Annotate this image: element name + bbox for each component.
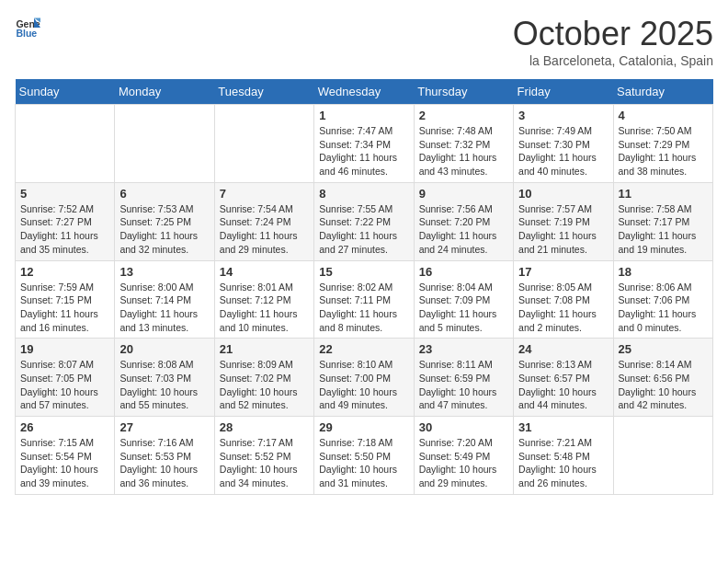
day-cell: 6Sunrise: 7:53 AM Sunset: 7:25 PM Daylig…: [115, 182, 214, 260]
day-info: Sunrise: 8:10 AM Sunset: 7:00 PM Dayligh…: [319, 358, 408, 412]
day-cell: 7Sunrise: 7:54 AM Sunset: 7:24 PM Daylig…: [214, 182, 313, 260]
week-row-5: 26Sunrise: 7:15 AM Sunset: 5:54 PM Dayli…: [16, 417, 713, 495]
day-info: Sunrise: 8:05 AM Sunset: 7:08 PM Dayligh…: [518, 281, 608, 335]
day-info: Sunrise: 7:21 AM Sunset: 5:48 PM Dayligh…: [518, 436, 608, 490]
day-info: Sunrise: 7:54 AM Sunset: 7:24 PM Dayligh…: [220, 202, 309, 257]
day-number: 11: [619, 187, 708, 201]
week-row-2: 5Sunrise: 7:52 AM Sunset: 7:27 PM Daylig…: [16, 182, 713, 260]
day-info: Sunrise: 7:52 AM Sunset: 7:27 PM Dayligh…: [20, 202, 109, 257]
svg-text:Blue: Blue: [16, 28, 37, 39]
day-info: Sunrise: 7:59 AM Sunset: 7:15 PM Dayligh…: [20, 281, 109, 335]
week-row-4: 19Sunrise: 8:07 AM Sunset: 7:05 PM Dayli…: [16, 339, 713, 417]
day-info: Sunrise: 7:55 AM Sunset: 7:22 PM Dayligh…: [319, 202, 408, 257]
day-info: Sunrise: 8:14 AM Sunset: 6:56 PM Dayligh…: [619, 358, 708, 412]
day-number: 20: [119, 342, 209, 356]
day-number: 26: [20, 420, 109, 434]
day-info: Sunrise: 8:08 AM Sunset: 7:03 PM Dayligh…: [119, 358, 209, 412]
day-cell: 16Sunrise: 8:04 AM Sunset: 7:09 PM Dayli…: [414, 260, 513, 339]
day-info: Sunrise: 8:06 AM Sunset: 7:06 PM Dayligh…: [619, 281, 708, 335]
day-number: 13: [119, 265, 209, 279]
day-info: Sunrise: 8:00 AM Sunset: 7:14 PM Dayligh…: [119, 281, 209, 335]
day-number: 12: [20, 265, 109, 279]
day-number: 6: [119, 187, 209, 201]
day-info: Sunrise: 7:50 AM Sunset: 7:29 PM Dayligh…: [619, 124, 708, 178]
title-block: October 2025 la Barceloneta, Catalonia, …: [513, 15, 713, 68]
logo: General Blue: [15, 15, 40, 40]
day-cell: 2Sunrise: 7:48 AM Sunset: 7:32 PM Daylig…: [414, 105, 513, 183]
day-number: 16: [419, 265, 508, 279]
header-sunday: Sunday: [16, 79, 115, 105]
day-cell: 3Sunrise: 7:49 AM Sunset: 7:30 PM Daylig…: [514, 105, 613, 183]
day-info: Sunrise: 7:47 AM Sunset: 7:34 PM Dayligh…: [319, 124, 408, 178]
day-info: Sunrise: 8:11 AM Sunset: 6:59 PM Dayligh…: [419, 358, 508, 412]
day-number: 4: [619, 109, 708, 122]
day-info: Sunrise: 8:09 AM Sunset: 7:02 PM Dayligh…: [220, 358, 309, 412]
day-number: 14: [220, 265, 309, 279]
day-number: 22: [319, 342, 408, 356]
day-info: Sunrise: 7:17 AM Sunset: 5:52 PM Dayligh…: [220, 436, 309, 490]
day-cell: 29Sunrise: 7:18 AM Sunset: 5:50 PM Dayli…: [314, 417, 414, 495]
day-info: Sunrise: 7:57 AM Sunset: 7:19 PM Dayligh…: [518, 202, 608, 257]
day-number: 21: [220, 342, 309, 356]
day-number: 7: [220, 187, 309, 201]
day-cell: [613, 417, 712, 495]
day-info: Sunrise: 7:16 AM Sunset: 5:53 PM Dayligh…: [119, 436, 209, 490]
day-number: 30: [419, 420, 508, 434]
header-tuesday: Tuesday: [214, 79, 313, 105]
day-cell: 17Sunrise: 8:05 AM Sunset: 7:08 PM Dayli…: [514, 260, 613, 339]
day-cell: [214, 105, 313, 183]
day-cell: 23Sunrise: 8:11 AM Sunset: 6:59 PM Dayli…: [414, 339, 513, 417]
day-number: 9: [419, 187, 508, 201]
day-info: Sunrise: 7:56 AM Sunset: 7:20 PM Dayligh…: [419, 202, 508, 257]
day-cell: 10Sunrise: 7:57 AM Sunset: 7:19 PM Dayli…: [514, 182, 613, 260]
day-number: 8: [319, 187, 408, 201]
day-cell: 14Sunrise: 8:01 AM Sunset: 7:12 PM Dayli…: [214, 260, 313, 339]
week-row-1: 1Sunrise: 7:47 AM Sunset: 7:34 PM Daylig…: [16, 105, 713, 183]
header-thursday: Thursday: [414, 79, 513, 105]
day-cell: 15Sunrise: 8:02 AM Sunset: 7:11 PM Dayli…: [314, 260, 414, 339]
day-cell: 30Sunrise: 7:20 AM Sunset: 5:49 PM Dayli…: [414, 417, 513, 495]
day-cell: [115, 105, 214, 183]
day-cell: 5Sunrise: 7:52 AM Sunset: 7:27 PM Daylig…: [16, 182, 115, 260]
day-cell: 24Sunrise: 8:13 AM Sunset: 6:57 PM Dayli…: [514, 339, 613, 417]
day-cell: 9Sunrise: 7:56 AM Sunset: 7:20 PM Daylig…: [414, 182, 513, 260]
header-saturday: Saturday: [613, 79, 712, 105]
day-cell: 22Sunrise: 8:10 AM Sunset: 7:00 PM Dayli…: [314, 339, 414, 417]
location-subtitle: la Barceloneta, Catalonia, Spain: [513, 53, 713, 68]
day-number: 10: [518, 187, 608, 201]
day-number: 18: [619, 265, 708, 279]
day-number: 31: [518, 420, 608, 434]
logo-icon: General Blue: [15, 15, 40, 40]
day-info: Sunrise: 7:49 AM Sunset: 7:30 PM Dayligh…: [518, 124, 608, 178]
day-cell: 1Sunrise: 7:47 AM Sunset: 7:34 PM Daylig…: [314, 105, 414, 183]
day-number: 27: [119, 420, 209, 434]
day-cell: 12Sunrise: 7:59 AM Sunset: 7:15 PM Dayli…: [16, 260, 115, 339]
calendar-table: Sunday Monday Tuesday Wednesday Thursday…: [15, 79, 713, 495]
header-friday: Friday: [514, 79, 613, 105]
day-info: Sunrise: 8:07 AM Sunset: 7:05 PM Dayligh…: [20, 358, 109, 412]
day-number: 23: [419, 342, 508, 356]
day-cell: 4Sunrise: 7:50 AM Sunset: 7:29 PM Daylig…: [613, 105, 712, 183]
day-cell: [16, 105, 115, 183]
header-wednesday: Wednesday: [314, 79, 414, 105]
day-info: Sunrise: 8:13 AM Sunset: 6:57 PM Dayligh…: [518, 358, 608, 412]
day-number: 15: [319, 265, 408, 279]
day-info: Sunrise: 7:58 AM Sunset: 7:17 PM Dayligh…: [619, 202, 708, 257]
day-cell: 28Sunrise: 7:17 AM Sunset: 5:52 PM Dayli…: [214, 417, 313, 495]
day-number: 5: [20, 187, 109, 201]
header-monday: Monday: [115, 79, 214, 105]
day-cell: 13Sunrise: 8:00 AM Sunset: 7:14 PM Dayli…: [115, 260, 214, 339]
month-title: October 2025: [513, 15, 713, 53]
day-number: 2: [419, 109, 508, 122]
days-header-row: Sunday Monday Tuesday Wednesday Thursday…: [16, 79, 713, 105]
day-cell: 27Sunrise: 7:16 AM Sunset: 5:53 PM Dayli…: [115, 417, 214, 495]
week-row-3: 12Sunrise: 7:59 AM Sunset: 7:15 PM Dayli…: [16, 260, 713, 339]
day-cell: 11Sunrise: 7:58 AM Sunset: 7:17 PM Dayli…: [613, 182, 712, 260]
day-cell: 8Sunrise: 7:55 AM Sunset: 7:22 PM Daylig…: [314, 182, 414, 260]
day-number: 1: [319, 109, 408, 122]
day-cell: 19Sunrise: 8:07 AM Sunset: 7:05 PM Dayli…: [16, 339, 115, 417]
day-info: Sunrise: 8:01 AM Sunset: 7:12 PM Dayligh…: [220, 281, 309, 335]
day-cell: 21Sunrise: 8:09 AM Sunset: 7:02 PM Dayli…: [214, 339, 313, 417]
day-cell: 26Sunrise: 7:15 AM Sunset: 5:54 PM Dayli…: [16, 417, 115, 495]
day-info: Sunrise: 7:53 AM Sunset: 7:25 PM Dayligh…: [119, 202, 209, 257]
